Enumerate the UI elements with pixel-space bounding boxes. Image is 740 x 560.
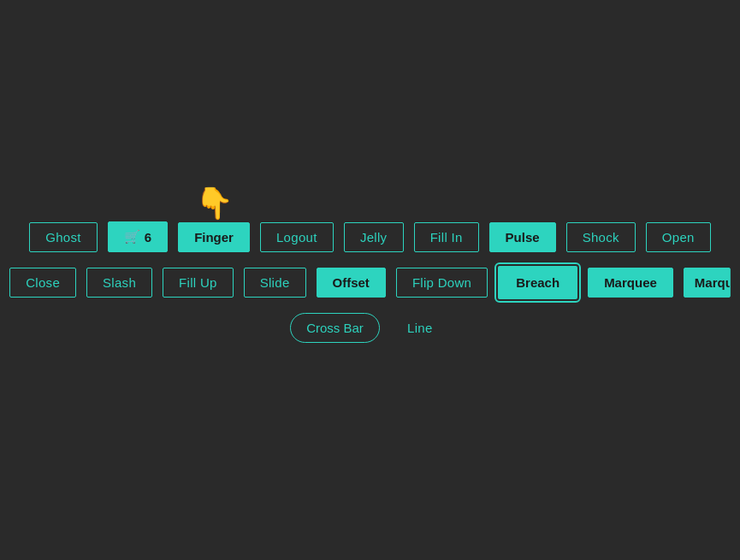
close-button[interactable]: Close	[9, 268, 76, 298]
row-1: Ghost 🛒 6 👇 Finger Logout Jelly Fill In …	[29, 188, 710, 252]
pulse-button[interactable]: Pulse	[489, 222, 556, 252]
finger-icon: 👇	[195, 188, 234, 219]
flip-down-button[interactable]: Flip Down	[396, 268, 488, 298]
marquee-button[interactable]: Marquee	[588, 268, 673, 298]
finger-button[interactable]: Finger	[178, 222, 250, 252]
row-3: Cross Bar Line	[290, 313, 450, 343]
marquee-partial-button[interactable]: Marqu	[684, 268, 731, 298]
cross-bar-button[interactable]: Cross Bar	[290, 313, 380, 343]
slide-button[interactable]: Slide	[244, 268, 306, 298]
finger-container: 👇 Finger	[178, 188, 250, 252]
ghost-button[interactable]: Ghost	[29, 222, 98, 252]
breach-button[interactable]: Breach	[498, 266, 577, 299]
line-label: Line	[390, 314, 450, 342]
jelly-button[interactable]: Jelly	[344, 222, 404, 252]
row-2: Close Slash Fill Up Slide Offset Flip Do…	[9, 266, 731, 299]
cart-count: 6	[145, 230, 151, 245]
offset-button[interactable]: Offset	[317, 268, 386, 298]
buttons-container: Ghost 🛒 6 👇 Finger Logout Jelly Fill In …	[0, 188, 740, 343]
cart-icon: 🛒	[124, 229, 140, 245]
cart-button[interactable]: 🛒 6	[108, 221, 168, 252]
fill-up-button[interactable]: Fill Up	[163, 268, 234, 298]
slash-button[interactable]: Slash	[86, 268, 152, 298]
logout-button[interactable]: Logout	[260, 222, 334, 252]
fill-in-button[interactable]: Fill In	[414, 222, 479, 252]
open-button[interactable]: Open	[646, 222, 711, 252]
shock-button[interactable]: Shock	[566, 222, 636, 252]
